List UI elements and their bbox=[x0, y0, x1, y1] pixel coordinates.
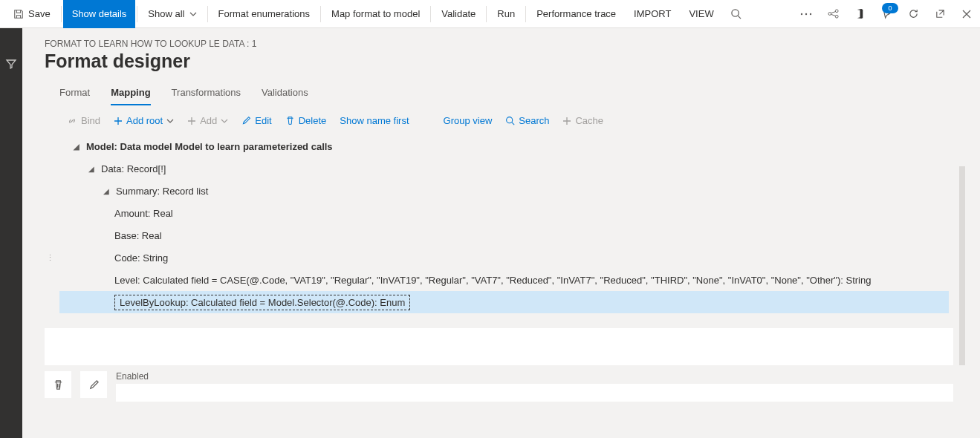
bind-button[interactable]: Bind bbox=[67, 115, 100, 126]
map-format-button[interactable]: Map format to model bbox=[322, 0, 429, 28]
svg-point-5 bbox=[835, 10, 838, 13]
tree-node-label: Model: Data model Model to learn paramet… bbox=[86, 141, 333, 152]
collapse-icon[interactable]: ◢ bbox=[71, 143, 82, 151]
popout-icon[interactable] bbox=[927, 0, 953, 28]
main-content: FORMAT TO LEARN HOW TO LOOKUP LE DATA : … bbox=[22, 28, 980, 438]
tree-node-label: Amount: Real bbox=[114, 208, 173, 219]
plus-icon bbox=[187, 117, 196, 125]
search-icon bbox=[505, 116, 515, 125]
enabled-field: Enabled bbox=[116, 371, 953, 402]
delete-button[interactable]: Delete bbox=[285, 115, 327, 126]
tree-node-level[interactable]: Level: Calculated field = CASE(@.Code, "… bbox=[59, 269, 949, 291]
mapping-tree: ◢ Model: Data model Model to learn param… bbox=[59, 135, 967, 313]
tree-node-code[interactable]: ⋮ Code: String bbox=[59, 246, 949, 269]
footer-delete-button[interactable] bbox=[45, 371, 71, 398]
show-details-button[interactable]: Show details bbox=[63, 0, 136, 28]
run-button[interactable]: Run bbox=[488, 0, 524, 28]
validate-button[interactable]: Validate bbox=[432, 0, 484, 28]
tab-format[interactable]: Format bbox=[59, 87, 90, 105]
refresh-icon[interactable] bbox=[900, 0, 927, 28]
view-label: VIEW bbox=[689, 8, 713, 19]
tree-node-amount[interactable]: Amount: Real bbox=[59, 202, 949, 224]
notifications-icon[interactable] bbox=[873, 0, 900, 28]
breadcrumb: FORMAT TO LEARN HOW TO LOOKUP LE DATA : … bbox=[45, 39, 967, 49]
filter-icon[interactable] bbox=[5, 58, 17, 70]
svg-point-7 bbox=[507, 117, 513, 123]
mapping-toolbar: Bind Add root Add Edit bbox=[45, 106, 967, 135]
details-empty-panel bbox=[45, 328, 953, 365]
import-label: IMPORT bbox=[634, 8, 671, 19]
chevron-down-icon bbox=[221, 117, 228, 125]
format-enumerations-button[interactable]: Format enumerations bbox=[210, 0, 319, 28]
edit-icon bbox=[241, 116, 251, 125]
save-icon bbox=[13, 9, 24, 19]
tab-validations[interactable]: Validations bbox=[262, 87, 308, 105]
edit-label: Edit bbox=[255, 115, 271, 126]
tree-node-levelbylookup[interactable]: LevelByLookup: Calculated field = Model.… bbox=[59, 291, 949, 313]
add-root-label: Add root bbox=[126, 115, 163, 126]
view-button[interactable]: VIEW bbox=[680, 0, 722, 28]
add-root-button[interactable]: Add root bbox=[114, 115, 174, 126]
close-icon[interactable] bbox=[953, 0, 980, 28]
tree-node-data[interactable]: ◢ Data: Record[!] bbox=[59, 157, 949, 180]
tree-node-model[interactable]: ◢ Model: Data model Model to learn param… bbox=[59, 135, 949, 157]
tree-node-base[interactable]: Base: Real bbox=[59, 224, 949, 246]
enabled-field-input[interactable] bbox=[116, 384, 953, 402]
delete-icon bbox=[285, 116, 295, 125]
collapse-icon[interactable]: ◢ bbox=[101, 187, 111, 195]
tree-node-label: Data: Record[!] bbox=[101, 163, 166, 174]
plus-icon bbox=[114, 117, 123, 125]
collapse-icon[interactable]: ◢ bbox=[86, 165, 97, 173]
save-button[interactable]: Save bbox=[4, 0, 59, 28]
validate-label: Validate bbox=[441, 8, 476, 19]
show-all-button[interactable]: Show all bbox=[139, 0, 205, 28]
import-button[interactable]: IMPORT bbox=[625, 0, 680, 28]
add-button[interactable]: Add bbox=[187, 115, 228, 126]
top-command-bar: Save Show details Show all Format enumer… bbox=[0, 0, 980, 28]
show-name-first-button[interactable]: Show name first bbox=[340, 115, 409, 126]
plus-icon bbox=[562, 117, 571, 125]
enabled-field-label: Enabled bbox=[116, 371, 953, 382]
map-format-label: Map format to model bbox=[331, 8, 420, 19]
top-search-icon[interactable] bbox=[723, 0, 750, 28]
search-button[interactable]: Search bbox=[505, 115, 549, 126]
page-title: Format designer bbox=[45, 50, 967, 72]
office-icon[interactable] bbox=[846, 0, 873, 28]
edit-button[interactable]: Edit bbox=[241, 115, 271, 126]
performance-trace-button[interactable]: Performance trace bbox=[528, 0, 625, 28]
more-icon[interactable] bbox=[793, 0, 820, 28]
tabs: Format Mapping Transformations Validatio… bbox=[45, 82, 967, 106]
add-label: Add bbox=[200, 115, 217, 126]
drag-handle-icon[interactable]: ⋮ bbox=[46, 253, 55, 263]
link-icon bbox=[67, 116, 77, 126]
tab-mapping[interactable]: Mapping bbox=[111, 87, 150, 105]
tab-transformations[interactable]: Transformations bbox=[172, 87, 241, 105]
divider bbox=[207, 6, 208, 22]
tree-node-summary[interactable]: ◢ Summary: Record list bbox=[59, 180, 949, 202]
group-view-label: Group view bbox=[444, 115, 493, 126]
svg-point-4 bbox=[828, 13, 831, 16]
tree-node-label: Code: String bbox=[114, 252, 168, 264]
footer-edit-button[interactable] bbox=[80, 371, 107, 398]
divider bbox=[430, 6, 431, 22]
left-rail bbox=[0, 28, 22, 438]
footer-bar: Enabled bbox=[45, 371, 967, 402]
search-label: Search bbox=[519, 115, 549, 126]
svg-point-0 bbox=[732, 10, 739, 16]
divider bbox=[137, 6, 137, 22]
show-name-first-label: Show name first bbox=[340, 115, 409, 126]
delete-label: Delete bbox=[299, 115, 327, 126]
show-all-label: Show all bbox=[148, 8, 184, 19]
chevron-down-icon bbox=[189, 10, 197, 18]
performance-trace-label: Performance trace bbox=[536, 8, 616, 19]
tree-node-label: Level: Calculated field = CASE(@.Code, "… bbox=[114, 275, 871, 286]
cache-label: Cache bbox=[575, 115, 603, 126]
cache-button[interactable]: Cache bbox=[562, 115, 603, 126]
svg-point-6 bbox=[835, 15, 838, 18]
chevron-down-icon bbox=[166, 117, 174, 125]
network-icon[interactable] bbox=[820, 0, 846, 28]
show-details-label: Show details bbox=[72, 8, 127, 19]
group-view-button[interactable]: Group view bbox=[444, 115, 493, 126]
run-label: Run bbox=[497, 8, 515, 19]
scrollbar[interactable] bbox=[959, 166, 965, 365]
